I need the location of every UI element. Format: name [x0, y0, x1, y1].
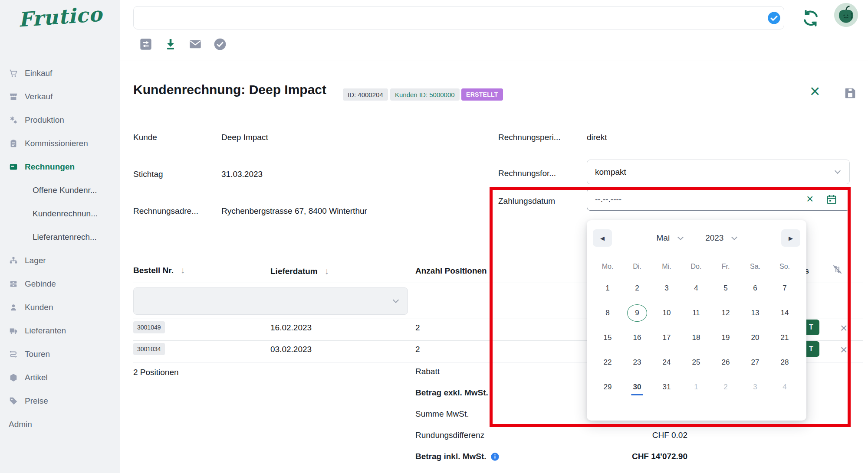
clear-date-icon[interactable]: × — [806, 191, 813, 207]
calendar-day[interactable]: 9 — [622, 300, 652, 325]
calendar-day[interactable]: 2 — [622, 276, 652, 300]
calendar-day[interactable]: 12 — [711, 300, 740, 325]
calendar-day[interactable]: 13 — [740, 300, 770, 325]
calendar-day[interactable]: 18 — [681, 325, 711, 350]
rechnungsformat-label: Rechnungsfor... — [498, 169, 556, 178]
sidebar-item-verkauf[interactable]: Verkauf — [0, 85, 120, 108]
calendar-day[interactable]: 1 — [593, 276, 622, 300]
column-header-lieferdatum[interactable]: Lieferdatum ↓ — [270, 266, 329, 276]
route-icon — [9, 349, 18, 359]
column-header-anzahl-positionen[interactable]: Anzahl Positionen — [415, 266, 487, 276]
calendar-day[interactable]: 30 — [622, 375, 652, 399]
sidebar-item-label: Einkauf — [25, 69, 52, 78]
sidebar-item-lager[interactable]: Lager — [0, 249, 120, 272]
sidebar-item-produktion[interactable]: Produktion — [0, 108, 120, 132]
info-icon[interactable] — [490, 452, 500, 461]
rundungsdifferenz-label: Rundungsdifferenz — [415, 431, 484, 440]
sidebar-item-kundenrechnungen[interactable]: Kundenrechnun... — [0, 202, 120, 225]
calendar-day[interactable]: 17 — [652, 325, 681, 350]
calendar-day[interactable]: 10 — [652, 300, 681, 325]
previous-month-button[interactable]: ◀ — [593, 229, 612, 247]
calendar-day[interactable]: 7 — [770, 276, 799, 300]
calendar-day[interactable]: 23 — [622, 350, 652, 375]
calendar-day[interactable]: 14 — [770, 300, 799, 325]
sidebar-item-artikel[interactable]: Artikel — [0, 366, 120, 389]
sidebar-item-lieferantenrechnungen[interactable]: Lieferantenrech... — [0, 225, 120, 249]
approve-icon[interactable] — [212, 36, 228, 52]
label-text: Betrag inkl. MwSt. — [415, 452, 487, 461]
sidebar-item-label: Lieferantenrech... — [33, 232, 97, 242]
calendar-day[interactable]: 3 — [652, 276, 681, 300]
command-input[interactable] — [133, 6, 784, 29]
user-avatar[interactable] — [834, 3, 858, 27]
calendar-day[interactable]: 4 — [681, 276, 711, 300]
sidebar-item-touren[interactable]: Touren — [0, 343, 120, 366]
sidebar: Frutico Einkauf Verkauf Produktion Kommi… — [0, 0, 120, 473]
order-number-badge[interactable]: 3001034 — [133, 343, 165, 355]
calendar-day[interactable]: 28 — [770, 350, 799, 375]
calendar-day[interactable]: 22 — [593, 350, 622, 375]
anzahl-cell: 2 — [415, 345, 420, 354]
calendar-day[interactable]: 31 — [652, 375, 681, 399]
calendar-day[interactable]: 8 — [593, 300, 622, 325]
order-number-badge[interactable]: 3001049 — [133, 321, 165, 333]
calendar-day[interactable]: 25 — [681, 350, 711, 375]
remove-row-icon[interactable]: × — [840, 344, 847, 356]
calendar-day[interactable]: 21 — [770, 325, 799, 350]
sidebar-item-offene-kundenrechnungen[interactable]: Offene Kundenr... — [0, 179, 120, 202]
sort-disabled-icon — [832, 264, 843, 275]
topbar-divider — [120, 61, 868, 61]
calendar-day[interactable]: 29 — [593, 375, 622, 399]
calendar-day[interactable]: 3 — [740, 375, 770, 399]
mail-icon[interactable] — [187, 36, 203, 52]
sidebar-item-gebinde[interactable]: Gebinde — [0, 272, 120, 296]
close-icon[interactable]: × — [810, 82, 820, 100]
sidebar-item-kunden[interactable]: Kunden — [0, 296, 120, 319]
calendar-day[interactable]: 1 — [681, 375, 711, 399]
calendar-day[interactable]: 2 — [711, 375, 740, 399]
calendar-day[interactable]: 27 — [740, 350, 770, 375]
date-picker-popup: ◀ Mai 2023 ▶ Mo.Di.Mi.Do.Fr.Sa.So.123456… — [587, 220, 806, 421]
sidebar-item-lieferanten[interactable]: Lieferanten — [0, 319, 120, 343]
calendar-day-header: Fr. — [711, 258, 740, 276]
rechnungsadresse-value: Rychenbergstrasse 67, 8400 Winterthur — [221, 206, 367, 216]
remove-row-icon[interactable]: × — [840, 322, 847, 334]
download-icon[interactable] — [163, 36, 178, 52]
calendar-icon[interactable] — [825, 193, 838, 206]
calendar-day[interactable]: 19 — [711, 325, 740, 350]
year-select[interactable]: 2023 — [705, 233, 736, 243]
app-logo[interactable]: Frutico — [17, 2, 103, 31]
column-header-bestell-nr[interactable]: Bestell Nr. ↓ — [133, 265, 185, 275]
calendar-day[interactable]: 5 — [711, 276, 740, 300]
bestell-nr-filter-select[interactable] — [133, 287, 408, 315]
transfer-icon[interactable] — [138, 36, 154, 52]
next-month-button[interactable]: ▶ — [781, 229, 800, 247]
calendar-day[interactable]: 4 — [770, 375, 799, 399]
sidebar-item-rechnungen[interactable]: Rechnungen — [0, 155, 120, 179]
sidebar-item-preise[interactable]: Preise — [0, 389, 120, 413]
sidebar-item-admin[interactable]: Admin — [0, 413, 120, 436]
refresh-icon[interactable] — [801, 9, 820, 28]
rechnungsformat-selected-value: kompakt — [595, 167, 626, 177]
save-icon[interactable] — [843, 86, 858, 101]
calendar-day[interactable]: 24 — [652, 350, 681, 375]
calendar-day[interactable]: 20 — [740, 325, 770, 350]
lieferdatum-cell: 03.02.2023 — [270, 345, 312, 354]
betrag-exkl-label: Betrag exkl. MwSt. — [415, 388, 488, 398]
sidebar-item-einkauf[interactable]: Einkauf — [0, 62, 120, 85]
box-icon — [9, 279, 18, 289]
month-select[interactable]: Mai — [657, 233, 683, 243]
calendar-day[interactable]: 6 — [740, 276, 770, 300]
rechnungsformat-select[interactable]: kompakt — [587, 160, 850, 184]
cart-icon — [9, 69, 18, 78]
summe-mwst-label: Summe MwSt. — [415, 409, 469, 419]
chevron-down-icon — [731, 234, 737, 240]
calendar-day[interactable]: 16 — [622, 325, 652, 350]
betrag-inkl-value: CHF 14'072.90 — [587, 452, 687, 461]
calendar-day[interactable]: 26 — [711, 350, 740, 375]
confirm-check-icon[interactable] — [767, 11, 781, 25]
calendar-day[interactable]: 15 — [593, 325, 622, 350]
sidebar-item-kommissionieren[interactable]: Kommissionieren — [0, 132, 120, 155]
calendar-day[interactable]: 11 — [681, 300, 711, 325]
rechnungsadresse-label: Rechnungsadre... — [133, 206, 198, 216]
